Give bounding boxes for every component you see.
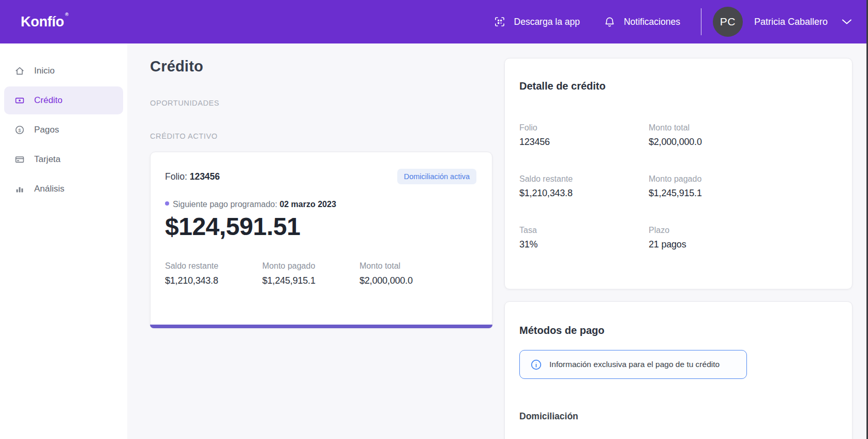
stat-label: Monto pagado (262, 261, 360, 271)
detail-grid: Folio 123456 Monto total $2,000,000.0 Sa… (519, 123, 837, 250)
detail-label: Tasa (519, 226, 649, 235)
info-banner-text: Información exclusiva para el pago de tu… (549, 360, 720, 369)
next-payment-row: Siguiente pago programado: 02 marzo 2023 (165, 200, 476, 209)
sidebar-item-analisis[interactable]: Análisis (4, 175, 123, 203)
svg-text:$: $ (18, 127, 21, 133)
main-content: Crédito OPORTUNIDADES CRÉDITO ACTIVO Fol… (127, 43, 868, 439)
info-banner: Información exclusiva para el pago de tu… (519, 350, 747, 379)
active-credit-card[interactable]: Folio: 123456 Domiciliación activa Sigui… (150, 152, 492, 328)
avatar-initials: PC (720, 16, 736, 28)
detail-label: Folio (519, 123, 649, 133)
coin-icon: $ (14, 125, 25, 135)
chevron-down-icon (841, 18, 852, 25)
sidebar-item-pagos[interactable]: $ Pagos (4, 116, 123, 144)
section-opportunities: OPORTUNIDADES (150, 99, 492, 107)
header-divider (701, 8, 701, 35)
detail-field-monto-total: Monto total $2,000,000.0 (649, 123, 837, 148)
download-app-label: Descarga la app (514, 17, 580, 27)
detail-value: 123456 (519, 137, 649, 148)
card-icon (14, 154, 25, 165)
sidebar-item-inicio[interactable]: Inicio (4, 57, 123, 85)
detail-field-saldo-restante: Saldo restante $1,210,343.8 (519, 174, 649, 199)
detail-label: Monto pagado (649, 174, 837, 184)
detail-field-tasa: Tasa 31% (519, 226, 649, 250)
detail-card-title: Detalle de crédito (519, 80, 837, 92)
credit-stats: Saldo restante $1,210,343.8 Monto pagado… (165, 261, 476, 286)
card-accent-bar (150, 325, 492, 328)
next-payment-date: 02 marzo 2023 (279, 200, 336, 209)
detail-value: $1,210,343.8 (519, 188, 649, 199)
status-badge: Domiciliación activa (397, 169, 476, 184)
detail-label: Saldo restante (519, 174, 649, 184)
sidebar-item-tarjeta[interactable]: Tarjeta (4, 145, 123, 173)
subsection-domiciliacion: Domiciliación (519, 411, 837, 422)
next-payment-label: Siguiente pago programado: (173, 200, 277, 209)
detail-field-monto-pagado: Monto pagado $1,245,915.1 (649, 174, 837, 199)
registered-mark: ® (65, 12, 68, 17)
qr-scan-icon (493, 16, 506, 28)
folio-label: Folio: (165, 171, 187, 182)
detail-value: 21 pagos (649, 239, 837, 250)
detail-label: Plazo (649, 226, 837, 235)
bell-icon (604, 16, 616, 28)
header-nav: Descarga la app Notificaciones PC Patric… (493, 7, 852, 37)
stat-label: Monto total (360, 261, 457, 271)
konfio-logo[interactable]: Konfío® (21, 14, 67, 30)
section-active-credit: CRÉDITO ACTIVO (150, 132, 492, 140)
folio-row: Folio: 123456 Domiciliación activa (165, 169, 476, 184)
sidebar-item-label: Inicio (34, 66, 55, 76)
sidebar-item-label: Pagos (34, 125, 59, 135)
stat-monto-pagado: Monto pagado $1,245,915.1 (262, 261, 360, 286)
credit-column: Crédito OPORTUNIDADES CRÉDITO ACTIVO Fol… (150, 58, 492, 439)
detail-field-folio: Folio 123456 (519, 123, 649, 148)
app-header: Konfío® Descarga la app (0, 0, 868, 43)
detail-column: Detalle de crédito Folio 123456 Monto to… (504, 58, 852, 439)
stat-label: Saldo restante (165, 261, 262, 271)
banknote-icon (14, 95, 25, 106)
sidebar-item-label: Tarjeta (34, 154, 61, 165)
page-title: Crédito (150, 58, 492, 75)
stat-value: $2,000,000.0 (360, 275, 457, 286)
sidebar-item-label: Crédito (34, 95, 63, 106)
stat-saldo-restante: Saldo restante $1,210,343.8 (165, 261, 262, 286)
detail-value: $2,000,000.0 (649, 137, 837, 148)
next-payment-amount: $124,591.51 (165, 212, 476, 241)
notifications-label: Notificaciones (624, 17, 680, 27)
bullet-dot-icon (165, 201, 169, 206)
chart-icon (14, 184, 25, 194)
detail-label: Monto total (649, 123, 837, 133)
detail-value: $1,245,915.1 (649, 188, 837, 199)
stat-monto-total: Monto total $2,000,000.0 (360, 261, 457, 286)
stat-value: $1,245,915.1 (262, 275, 360, 286)
next-payment: Siguiente pago programado: 02 marzo 2023 (173, 200, 336, 209)
user-menu[interactable]: PC Patricia Caballero (713, 7, 852, 37)
logo-text: Konfío (21, 14, 64, 30)
home-icon (14, 66, 25, 76)
sidebar-item-label: Análisis (34, 184, 65, 194)
credit-detail-card: Detalle de crédito Folio 123456 Monto to… (504, 58, 852, 289)
download-app-button[interactable]: Descarga la app (493, 16, 580, 28)
notifications-button[interactable]: Notificaciones (604, 16, 680, 28)
avatar: PC (713, 7, 743, 37)
sidebar-item-credito[interactable]: Crédito (4, 86, 123, 114)
user-name: Patricia Caballero (754, 17, 828, 27)
detail-value: 31% (519, 239, 649, 250)
sidebar: Inicio Crédito $ Pagos (0, 43, 127, 439)
payment-methods-card: Métodos de pago Información exclusiva pa… (504, 301, 852, 439)
folio: Folio: 123456 (165, 171, 220, 182)
detail-field-plazo: Plazo 21 pagos (649, 226, 837, 250)
stat-value: $1,210,343.8 (165, 275, 262, 286)
folio-value: 123456 (190, 171, 220, 182)
info-icon (530, 359, 542, 371)
payment-card-title: Métodos de pago (519, 325, 837, 336)
